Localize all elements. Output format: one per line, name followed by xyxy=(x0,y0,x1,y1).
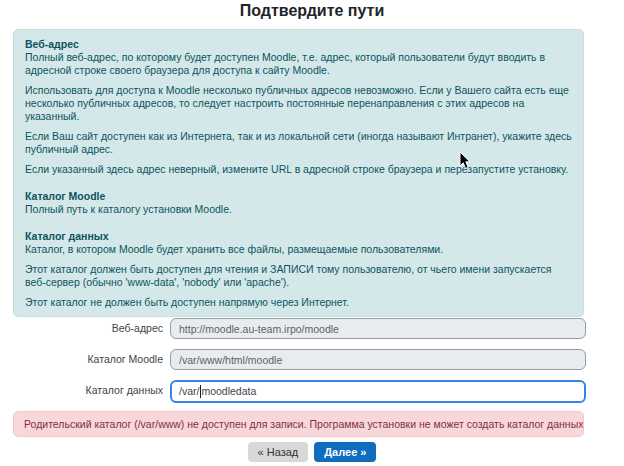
info-paragraph: Этот каталог должен быть доступен для чт… xyxy=(25,263,572,289)
wizard-navigation: « Назад Далее » xyxy=(0,442,624,462)
info-paragraph: Полный веб-адрес, по которому будет дост… xyxy=(25,51,572,77)
info-paragraph: Этот каталог не должен быть доступен нап… xyxy=(25,296,572,309)
info-heading-moodle-dir: Каталог Moodle xyxy=(25,190,572,203)
paths-info-box: Веб-адрес Полный веб-адрес, по которому … xyxy=(13,29,584,317)
moodle-directory-label: Каталог Moodle xyxy=(0,349,163,370)
web-address-label: Веб-адрес xyxy=(0,318,163,339)
error-message-box: Родительский каталог (/var/www) не досту… xyxy=(13,411,584,437)
form-row-data-directory: Каталог данных /var/ moodledata xyxy=(0,380,624,401)
error-message-text: Родительский каталог (/var/www) не досту… xyxy=(24,418,584,430)
info-paragraph: Если указанный здесь адрес неверный, изм… xyxy=(25,163,572,176)
data-directory-value-before-caret: /var/ xyxy=(179,382,199,401)
info-paragraph: Полный путь к каталогу установки Moodle. xyxy=(25,203,572,216)
web-address-input[interactable] xyxy=(170,318,586,339)
form-row-web-address: Веб-адрес xyxy=(0,318,624,339)
data-directory-value-after-caret: moodledata xyxy=(201,382,256,401)
next-button[interactable]: Далее » xyxy=(314,442,376,462)
info-paragraph: Программа установки попробует создать эт… xyxy=(25,316,572,317)
info-heading-data-dir: Каталог данных xyxy=(25,230,572,243)
form-row-moodle-directory: Каталог Moodle xyxy=(0,349,624,370)
back-button[interactable]: « Назад xyxy=(248,442,309,462)
info-section-data-dir: Каталог данных Каталог, в котором Moodle… xyxy=(25,230,572,317)
info-section-moodle-dir: Каталог Moodle Полный путь к каталогу ус… xyxy=(25,190,572,216)
page-title: Подтвердите пути xyxy=(0,2,624,20)
info-paragraph: Каталог, в котором Moodle будет хранить … xyxy=(25,243,572,256)
data-directory-label: Каталог данных xyxy=(0,380,163,401)
data-directory-input[interactable]: /var/ moodledata xyxy=(170,380,586,403)
info-heading-web-address: Веб-адрес xyxy=(25,38,572,51)
info-paragraph: Использовать для доступа к Moodle нескол… xyxy=(25,84,572,123)
info-paragraph: Если Ваш сайт доступен как из Интернета,… xyxy=(25,130,572,156)
info-section-web-address: Веб-адрес Полный веб-адрес, по которому … xyxy=(25,38,572,176)
moodle-directory-input[interactable] xyxy=(170,349,586,370)
